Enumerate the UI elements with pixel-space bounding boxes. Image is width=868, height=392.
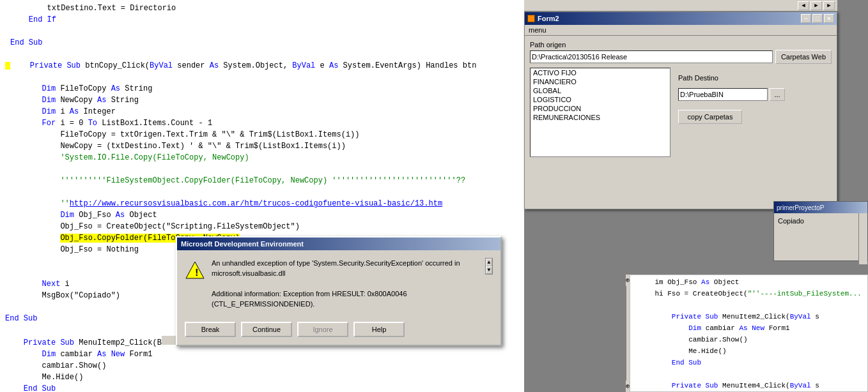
code-line-16: ''''''''''FileSystemObject.CopyFolder(Fi…	[0, 175, 524, 186]
code-line-10: Dim i As Integer	[0, 106, 524, 117]
right-code-7: Me.Hide()	[633, 345, 865, 357]
code-line-2: End If	[0, 14, 524, 26]
code-line-8: Dim FileToCopy As String	[0, 83, 524, 94]
error-dialog: Microsoft Development Environment ! An u…	[176, 236, 502, 346]
form2-window[interactable]: Form2 − □ × menu Path origen Carpetas We…	[524, 11, 837, 209]
dialog-scrollbar[interactable]: ▲ ▼	[485, 258, 493, 275]
expand-collapse-arrows: ⊕ ⊕	[626, 275, 630, 392]
code-line-11: For i = 0 To ListBox1.Items.Count - 1	[0, 117, 524, 129]
code-panel-right[interactable]: im Obj_Fso As Object hi Fso = CreateObje…	[630, 275, 868, 392]
form2-close-btn[interactable]: ×	[824, 14, 834, 23]
path-origen-group: Path origen Carpetas Web	[530, 41, 832, 64]
form2-menu[interactable]: menu	[525, 25, 837, 36]
copy-carpetas-btn[interactable]: copy Carpetas	[678, 110, 742, 124]
form2-title: Form2	[538, 15, 559, 22]
path-destino-row: ...	[678, 88, 785, 101]
primer-proyecto-scrollbar[interactable]	[858, 213, 867, 264]
primer-proyecto-titlebar: primerProyectoP	[774, 202, 867, 213]
list-item-remuneraciones[interactable]: REMUNERACIONES	[531, 113, 670, 122]
dialog-msg-line4: Additional information: Exception from H…	[212, 290, 407, 298]
expand-arrow-1[interactable]: ⊕	[626, 275, 630, 286]
continue-btn[interactable]: Continue	[241, 322, 292, 337]
code-line-20: Obj_Fso = CreateObject("Scripting.FileSy…	[0, 221, 524, 232]
path-destino-label: Path Destino	[678, 74, 785, 82]
scroll-down-btn[interactable]: ▼	[486, 266, 492, 274]
top-scroll-btn-3[interactable]: ▶	[823, 1, 835, 10]
scroll-up-btn[interactable]: ▲	[486, 259, 492, 266]
copiado-label: Copiado	[774, 213, 867, 229]
break-btn[interactable]: Break	[185, 322, 236, 337]
dialog-message: An unhandled exception of type 'System.S…	[212, 258, 479, 309]
code-line-18: ''http://www.recursosvisualbasic.com.ar/…	[0, 198, 524, 209]
list-item-activo[interactable]: ACTIVO FIJO	[531, 68, 670, 77]
code-line-19: Dim Obj_Fso As Object	[0, 209, 524, 221]
svg-text:!: !	[194, 268, 200, 279]
form2-maximize-btn[interactable]: □	[812, 14, 823, 23]
code-line-4: End Sub	[0, 37, 524, 49]
code-line-14: 'System.IO.File.Copy(FileToCopy, NewCopy…	[0, 152, 524, 163]
browse-btn[interactable]: ...	[770, 88, 785, 101]
right-fields: Path Destino ... copy Carpetas	[678, 74, 785, 157]
right-code-1: im Obj_Fso As Object	[633, 276, 865, 288]
right-code-3	[633, 299, 865, 311]
dialog-msg-line5: (CTL_E_PERMISSIONDENIED).	[212, 300, 314, 308]
right-code-10: Private Sub MenuItem4_Click(ByVal s	[633, 380, 865, 391]
code-line-12: FileToCopy = txtOrigen.Text.Trim & "\" &…	[0, 129, 524, 140]
code-line-1: txtDestino.Text = Directorio	[0, 3, 524, 14]
folder-list[interactable]: ACTIVO FIJO FINANCIERO GLOBAL LOGISTICO …	[530, 68, 670, 157]
path-origen-label: Path origen	[530, 41, 832, 49]
code-line-33: Me.Hide()	[0, 372, 524, 383]
form2-minimize-btn[interactable]: −	[801, 14, 811, 23]
code-line-13: NewCopy = (txtDestino.Text) ' & "\" & Tr…	[0, 140, 524, 152]
list-item-produccion[interactable]: PRODUCCION	[531, 104, 670, 113]
code-line-5	[0, 49, 524, 60]
code-line-31: Dim cambiar As New Form1	[0, 349, 524, 360]
right-code-2: hi Fso = CreateObject("''----intSub_File…	[633, 288, 865, 299]
ignore-btn[interactable]: Ignore	[297, 322, 348, 337]
code-line-9: Dim NewCopy As String	[0, 94, 524, 106]
code-line-7	[0, 72, 524, 83]
code-line-15	[0, 163, 524, 175]
path-origen-input[interactable]	[530, 50, 773, 63]
code-line-17	[0, 186, 524, 198]
warning-icon: !	[185, 260, 205, 281]
dialog-title: Microsoft Development Environment	[181, 240, 304, 248]
path-destino-input[interactable]	[678, 88, 768, 101]
list-item-logistico[interactable]: LOGISTICO	[531, 95, 670, 104]
carpetas-web-btn[interactable]: Carpetas Web	[775, 50, 832, 64]
list-box-container: ACTIVO FIJO FINANCIERO GLOBAL LOGISTICO …	[530, 68, 670, 157]
top-toolbar: ◀ ▶ ▶	[524, 0, 837, 11]
code-line-34: End Sub	[0, 383, 524, 392]
help-btn[interactable]: Help	[353, 322, 405, 337]
right-code-9	[633, 368, 865, 380]
list-item-global[interactable]: GLOBAL	[531, 86, 670, 95]
right-code-6: cambiar.Show()	[633, 334, 865, 345]
dialog-body: ! An unhandled exception of type 'System…	[177, 250, 500, 317]
dialog-msg-line1: An unhandled exception of type 'System.S…	[212, 259, 460, 267]
expand-arrow-2[interactable]: ⊕	[626, 381, 630, 392]
primer-proyecto-window: primerProyectoP Copiado	[773, 201, 868, 261]
dialog-titlebar: Microsoft Development Environment	[177, 237, 500, 250]
right-code-4: Private Sub MenuItem2_Click(ByVal s	[633, 311, 865, 322]
top-scroll-btn-2[interactable]: ▶	[810, 1, 822, 10]
right-code-5: Dim cambiar As New Form1	[633, 322, 865, 334]
code-line-6: Private Sub btnCopy_Click(ByVal sender A…	[0, 60, 524, 72]
dialog-msg-line2: microsoft.visualbasic.dll	[212, 269, 286, 277]
right-code-8: End Sub	[633, 357, 865, 368]
top-scroll-btn-1[interactable]: ◀	[798, 1, 809, 10]
form2-menu-label: menu	[529, 26, 546, 34]
list-item-financiero[interactable]: FINANCIERO	[531, 77, 670, 86]
code-line-32: cambiar.Show()	[0, 360, 524, 372]
form2-titlebar: Form2 − □ ×	[525, 12, 837, 25]
dialog-buttons: Break Continue Ignore Help	[177, 317, 500, 345]
primer-proyecto-title: primerProyectoP	[777, 204, 824, 211]
code-line-3	[0, 26, 524, 37]
